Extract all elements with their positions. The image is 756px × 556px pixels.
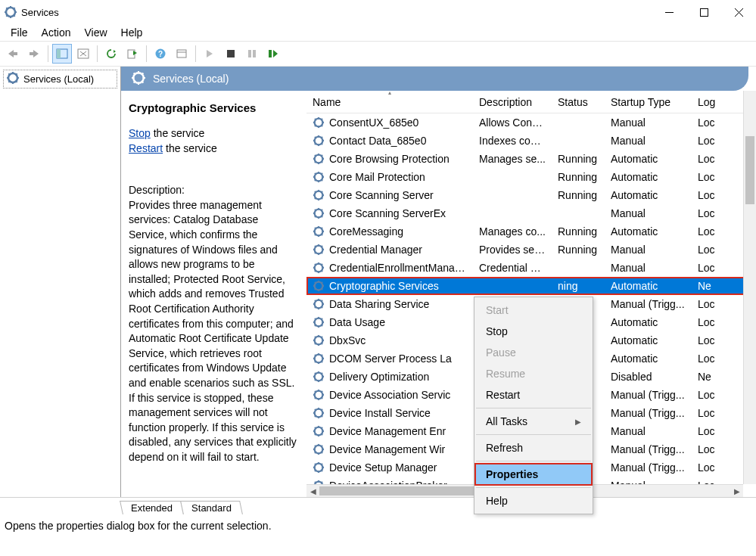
cm-help[interactable]: Help xyxy=(475,490,592,511)
scroll-right-icon[interactable]: ▶ xyxy=(730,487,743,495)
tab-standard[interactable]: Standard xyxy=(180,501,243,514)
refresh-button[interactable] xyxy=(101,44,121,64)
service-name: DCOM Server Process La xyxy=(329,353,452,365)
service-startup: Manual xyxy=(605,244,692,256)
service-logon: Loc xyxy=(692,298,722,310)
cm-resume: Resume xyxy=(475,363,592,384)
stop-service-button[interactable] xyxy=(221,44,241,64)
table-row[interactable]: CoreMessagingManages co...RunningAutomat… xyxy=(306,222,756,241)
cm-restart[interactable]: Restart xyxy=(475,384,592,405)
service-startup: Disabled xyxy=(605,371,692,383)
svg-rect-23 xyxy=(177,50,186,57)
service-status: Running xyxy=(552,244,605,256)
selected-service-title: Cryptographic Services xyxy=(129,100,299,116)
menu-action[interactable]: Action xyxy=(36,25,77,40)
service-logon: Loc xyxy=(692,153,722,165)
svg-rect-27 xyxy=(253,50,256,57)
app-gear-icon xyxy=(5,6,17,18)
column-status[interactable]: Status xyxy=(552,92,605,113)
tree-root-label: Services (Local) xyxy=(23,73,94,85)
service-name: Device Management Wir xyxy=(329,443,445,455)
service-name: Data Usage xyxy=(329,316,385,328)
service-logon: Loc xyxy=(692,171,722,183)
menubar: File Action View Help xyxy=(0,24,756,41)
stop-link[interactable]: Stop xyxy=(129,127,151,139)
show-hide-tree-button[interactable] xyxy=(52,44,72,64)
service-startup: Manual xyxy=(605,425,692,437)
table-row[interactable]: Contact Data_685e0Indexes cont...ManualL… xyxy=(306,132,756,150)
service-logon: Ne xyxy=(692,280,722,292)
maximize-button[interactable] xyxy=(686,0,721,24)
service-startup: Manual xyxy=(605,207,692,219)
service-name: Core Scanning Server xyxy=(329,189,434,201)
service-startup: Manual (Trigg... xyxy=(605,443,692,455)
svg-rect-28 xyxy=(269,50,272,57)
forward-button[interactable] xyxy=(24,44,44,64)
start-service-button[interactable] xyxy=(200,44,219,64)
service-name: Cryptographic Services xyxy=(329,280,439,292)
menu-view[interactable]: View xyxy=(78,25,113,40)
svg-rect-14 xyxy=(30,52,33,55)
svg-rect-13 xyxy=(14,52,17,55)
cm-refresh[interactable]: Refresh xyxy=(475,437,592,458)
table-row[interactable]: Core Scanning ServerRunningAutomaticLoc xyxy=(306,186,756,204)
column-description[interactable]: Description xyxy=(473,92,552,113)
service-startup: Manual xyxy=(605,135,692,147)
service-startup: Automatic xyxy=(605,225,692,238)
menu-help[interactable]: Help xyxy=(115,25,149,40)
service-name: Core Scanning ServerEx xyxy=(329,207,446,219)
table-row[interactable]: CredentialEnrollmentManag...Credential E… xyxy=(306,259,756,277)
service-startup: Automatic xyxy=(605,153,692,165)
table-row[interactable]: Credential ManagerProvides sec...Running… xyxy=(306,241,756,259)
column-name[interactable]: ▴Name xyxy=(306,92,473,113)
cm-properties[interactable]: Properties xyxy=(475,464,592,485)
service-status: Running xyxy=(552,153,605,165)
service-logon: Loc xyxy=(692,262,722,274)
service-logon: Loc xyxy=(692,443,722,455)
tree-services-local[interactable]: Services (Local) xyxy=(3,70,117,89)
svg-rect-16 xyxy=(57,49,61,58)
tab-strip: Extended Standard xyxy=(0,498,756,514)
service-name: CredentialEnrollmentManag... xyxy=(329,262,469,274)
restart-link[interactable]: Restart xyxy=(129,142,163,154)
service-desc: Provides sec... xyxy=(473,244,552,256)
table-row[interactable]: Core Scanning ServerExManualLoc xyxy=(306,204,756,222)
scroll-left-icon[interactable]: ◀ xyxy=(306,487,319,495)
table-row[interactable]: Core Browsing ProtectionManages se...Run… xyxy=(306,150,756,168)
service-name: Contact Data_685e0 xyxy=(329,135,426,147)
minimize-button[interactable] xyxy=(652,0,686,24)
svg-rect-26 xyxy=(248,50,251,57)
service-name: ConsentUX_685e0 xyxy=(329,116,418,129)
service-startup: Manual xyxy=(605,116,692,129)
properties-button[interactable] xyxy=(172,44,191,64)
service-desc: Indexes cont... xyxy=(473,135,552,147)
content-header: Services (Local) xyxy=(121,67,748,91)
titlebar: Services xyxy=(0,0,756,24)
service-desc: Credential E... xyxy=(473,262,552,274)
column-logon[interactable]: Log xyxy=(692,92,722,113)
table-row[interactable]: ConsentUX_685e0Allows Conn...ManualLoc xyxy=(306,113,756,132)
close-button[interactable] xyxy=(721,0,756,24)
delete-button[interactable] xyxy=(73,44,93,64)
service-name: DbxSvc xyxy=(329,334,366,346)
cm-stop[interactable]: Stop xyxy=(475,321,592,342)
service-name: Device Install Service xyxy=(329,407,431,419)
tab-extended[interactable]: Extended xyxy=(120,501,184,514)
description-label: Description: xyxy=(129,183,299,198)
menu-file[interactable]: File xyxy=(5,25,34,40)
table-row[interactable]: Cryptographic ServicesningAutomaticNe xyxy=(306,277,756,295)
service-startup: Automatic xyxy=(605,189,692,201)
cm-all-tasks[interactable]: All Tasks▶ xyxy=(475,411,592,432)
back-button[interactable] xyxy=(3,44,23,64)
restart-service-button[interactable] xyxy=(263,44,283,64)
list-header: ▴Name Description Status Startup Type Lo… xyxy=(306,91,756,113)
help-button[interactable]: ? xyxy=(151,44,170,64)
service-name: Delivery Optimization xyxy=(329,371,429,383)
table-row[interactable]: Core Mail ProtectionRunningAutomaticLoc xyxy=(306,168,756,186)
detail-pane: Cryptographic Services Stop the service … xyxy=(121,91,306,497)
statusbar: Opens the properties dialog box for the … xyxy=(0,514,756,537)
vertical-scrollbar[interactable] xyxy=(743,91,756,484)
column-startup-type[interactable]: Startup Type xyxy=(605,92,692,113)
pause-service-button[interactable] xyxy=(242,44,262,64)
export-list-button[interactable] xyxy=(123,44,142,64)
